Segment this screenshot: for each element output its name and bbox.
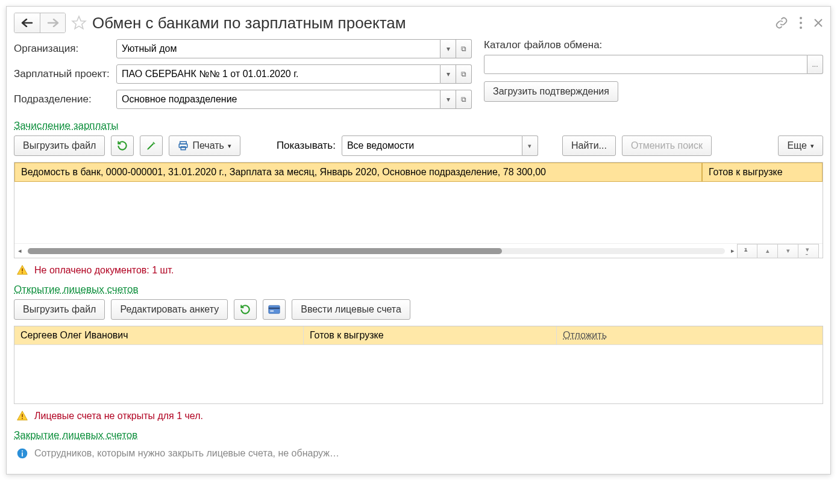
- open-accounts-link[interactable]: Открытие лицевых счетов: [14, 284, 139, 296]
- chevron-down-icon: ▾: [447, 70, 450, 78]
- chevron-down-icon: ▾: [447, 45, 450, 53]
- accounts-grid: Сергеев Олег Иванович Готов к выгрузке О…: [14, 326, 823, 404]
- statements-grid: Ведомость в банк, 0000-000001, 31.01.202…: [14, 162, 823, 258]
- show-select[interactable]: [342, 135, 522, 156]
- link-icon: [775, 16, 788, 30]
- section2-warning-text: Лицевые счета не открыты для 1 чел.: [34, 411, 203, 422]
- organization-open[interactable]: ⧉: [456, 39, 472, 58]
- show-label: Показывать:: [277, 140, 336, 152]
- ellipsis-icon: ...: [812, 60, 818, 69]
- section3-info-text: Сотрудников, которым нужно закрыть лицев…: [34, 448, 339, 459]
- print-button[interactable]: Печать ▾: [169, 135, 240, 156]
- open-icon: ⧉: [461, 95, 466, 104]
- close-accounts-link[interactable]: Закрытие лицевых счетов: [14, 429, 137, 441]
- section2-warning: Лицевые счета не открыты для 1 чел.: [16, 410, 823, 422]
- favorite-button[interactable]: [71, 14, 87, 31]
- exchange-dir-browse[interactable]: ...: [807, 55, 823, 74]
- warning-icon: [16, 410, 28, 422]
- edit-questionnaire-button[interactable]: Редактировать анкету: [111, 299, 228, 320]
- account-action-cell: Отложить: [557, 326, 823, 344]
- project-open[interactable]: ⧉: [456, 64, 472, 84]
- close-icon: [813, 18, 823, 28]
- export-file-button-2[interactable]: Выгрузить файл: [14, 299, 105, 320]
- table-row[interactable]: Ведомость в банк, 0000-000001, 31.01.202…: [14, 163, 823, 182]
- star-icon: [71, 15, 87, 31]
- scroll-left[interactable]: ◂: [18, 247, 22, 255]
- svg-rect-14: [22, 452, 23, 456]
- scroll-right[interactable]: ▸: [731, 247, 735, 255]
- svg-point-1: [800, 22, 802, 24]
- h-scrollbar-thumb[interactable]: [28, 248, 502, 254]
- project-input[interactable]: [116, 64, 440, 84]
- goto-top[interactable]: ▴-: [737, 244, 757, 258]
- print-button-label: Печать: [192, 140, 224, 151]
- organization-label: Организация:: [14, 43, 116, 55]
- project-dropdown[interactable]: ▾: [440, 64, 456, 84]
- export-file-button[interactable]: Выгрузить файл: [14, 135, 105, 156]
- edit-button[interactable]: [140, 135, 163, 156]
- postpone-link[interactable]: Отложить: [563, 330, 607, 340]
- goto-bottom[interactable]: ▾-: [798, 244, 819, 258]
- kebab-menu[interactable]: [799, 16, 803, 30]
- svg-rect-9: [269, 308, 280, 310]
- h-scrollbar[interactable]: [28, 248, 725, 254]
- department-open[interactable]: ⧉: [456, 90, 472, 109]
- refresh-button[interactable]: [111, 135, 134, 156]
- close-button[interactable]: [813, 18, 823, 28]
- open-icon: ⧉: [461, 70, 466, 78]
- goto-down[interactable]: ▾: [778, 244, 798, 258]
- department-input[interactable]: [116, 90, 440, 109]
- department-dropdown[interactable]: ▾: [440, 90, 456, 109]
- more-button[interactable]: Еще ▾: [778, 135, 823, 156]
- open-icon: ⧉: [461, 45, 466, 53]
- employee-name: Сергеев Олег Иванович: [14, 326, 304, 344]
- project-label: Зарплатный проект:: [14, 68, 116, 80]
- chevron-down-icon: ▾: [447, 95, 450, 104]
- pencil-icon: [146, 140, 157, 151]
- dots-vertical-icon: [799, 16, 803, 30]
- chevron-down-icon: ▾: [228, 142, 231, 150]
- svg-rect-15: [22, 450, 23, 452]
- section3-info: Сотрудников, которым нужно закрыть лицев…: [16, 447, 823, 459]
- organization-input[interactable]: [116, 39, 440, 58]
- arrow-left-icon: [21, 19, 33, 27]
- page-title: Обмен с банками по зарплатным проектам: [92, 14, 775, 33]
- goto-up[interactable]: ▴: [757, 244, 778, 258]
- chevron-down-icon: ▾: [528, 142, 531, 150]
- forward-button[interactable]: [40, 13, 65, 33]
- statement-status: Готов к выгрузке: [702, 163, 823, 182]
- info-icon: [16, 447, 28, 459]
- table-row[interactable]: Сергеев Олег Иванович Готов к выгрузке О…: [14, 326, 823, 345]
- svg-rect-10: [271, 311, 274, 312]
- section1-toolbar: Выгрузить файл Печать ▾ Показывать: ▾ На…: [14, 135, 823, 156]
- title-bar: Обмен с банками по зарплатным проектам: [14, 13, 823, 33]
- refresh-icon: [239, 303, 251, 316]
- title-actions: [775, 16, 823, 30]
- exchange-dir-input[interactable]: [484, 55, 807, 74]
- svg-rect-7: [22, 272, 23, 273]
- main-window: Обмен с банками по зарплатным проектам О…: [6, 6, 831, 474]
- show-select-arrow[interactable]: ▾: [522, 135, 538, 156]
- find-button[interactable]: Найти...: [562, 135, 616, 156]
- cancel-find-button: Отменить поиск: [622, 135, 712, 156]
- card-button[interactable]: [263, 299, 286, 320]
- printer-icon: [178, 140, 189, 151]
- enter-accounts-button[interactable]: Ввести лицевые счета: [292, 299, 410, 320]
- back-button[interactable]: [14, 13, 40, 33]
- statement-text: Ведомость в банк, 0000-000001, 31.01.202…: [14, 163, 702, 182]
- svg-point-0: [800, 17, 802, 19]
- department-label: Подразделение:: [14, 93, 116, 105]
- exchange-dir-label: Каталог файлов обмена:: [484, 39, 823, 51]
- grid-footer: ◂ ▸ ▴- ▴ ▾ ▾-: [14, 243, 823, 258]
- salary-crediting-link[interactable]: Зачисление зарплаты: [14, 120, 119, 132]
- refresh-button-2[interactable]: [234, 299, 257, 320]
- link-button[interactable]: [775, 16, 788, 30]
- load-confirmations-button[interactable]: Загрузить подтверждения: [484, 81, 618, 102]
- organization-dropdown[interactable]: ▾: [440, 39, 456, 58]
- section2-toolbar: Выгрузить файл Редактировать анкету Ввес…: [14, 299, 823, 320]
- right-column: Каталог файлов обмена: ... Загрузить под…: [484, 39, 823, 115]
- left-column: Организация: ▾ ⧉ Зарплатный проект: ▾ ⧉ …: [14, 39, 472, 115]
- card-icon: [268, 305, 280, 314]
- account-status: Готов к выгрузке: [304, 326, 557, 344]
- svg-rect-12: [22, 418, 23, 419]
